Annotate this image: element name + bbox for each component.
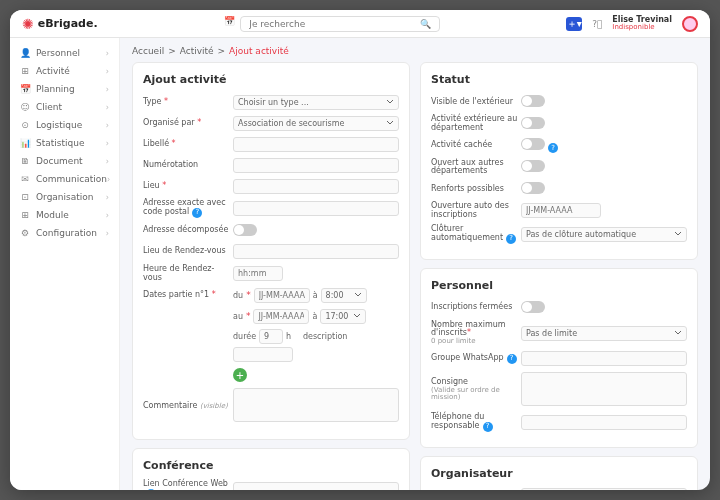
lien-input[interactable]	[233, 482, 399, 490]
numer-input[interactable]	[233, 158, 399, 173]
sidebar-item-activite[interactable]: ⊞Activité›	[10, 62, 119, 80]
chevron-right-icon: ›	[107, 175, 110, 184]
sidebar-item-configuration[interactable]: ⚙Configuration›	[10, 224, 119, 242]
label-dates: Dates partie n°1	[143, 290, 209, 299]
logo: ✺ eBrigade.	[22, 16, 98, 32]
sidebar-item-label: Planning	[36, 84, 75, 94]
help-icon[interactable]: ?	[507, 354, 517, 364]
chevron-right-icon: ›	[106, 67, 109, 76]
help-icon[interactable]: ?	[192, 208, 202, 218]
consigne-textarea[interactable]	[521, 372, 687, 406]
search-input[interactable]	[249, 19, 414, 29]
module-icon: ⊞	[20, 210, 30, 220]
sidebar-item-statistique[interactable]: 📊Statistique›	[10, 134, 119, 152]
smile-icon: ☺	[20, 102, 30, 112]
target-icon: ⊙	[20, 120, 30, 130]
logo-icon: ✺	[22, 16, 34, 32]
sidebar-item-module[interactable]: ⊞Module›	[10, 206, 119, 224]
avatar[interactable]	[682, 16, 698, 32]
date-to-input[interactable]	[253, 309, 309, 324]
org-select[interactable]: Association de secourisme	[233, 116, 399, 131]
type-select[interactable]: Choisir un type ...	[233, 95, 399, 110]
label-numer: Numérotation	[143, 161, 233, 170]
help-icon[interactable]: ?	[483, 422, 493, 432]
heure-rdv-input[interactable]	[233, 266, 283, 281]
user-block[interactable]: Elise Trevinal Indisponible	[612, 16, 672, 31]
renforts-toggle[interactable]	[521, 182, 545, 194]
sidebar-item-personnel[interactable]: 👤Personnel›	[10, 44, 119, 62]
label-lieu: Lieu	[143, 181, 160, 190]
search-icon[interactable]: 🔍	[420, 19, 431, 29]
calendar-icon: 📅	[20, 84, 30, 94]
sidebar-item-label: Configuration	[36, 228, 97, 238]
sidebar-item-planning[interactable]: 📅Planning›	[10, 80, 119, 98]
time-from-select[interactable]: 8:00	[321, 288, 367, 303]
chevron-right-icon: ›	[106, 121, 109, 130]
add-date-button[interactable]: +	[233, 368, 247, 382]
tel-resp-input[interactable]	[521, 415, 687, 430]
sidebar-item-client[interactable]: ☺Client›	[10, 98, 119, 116]
label-adresse: Adresse exacte avec code postal	[143, 198, 226, 216]
mail-icon: ✉	[20, 174, 30, 184]
label-libelle: Libellé	[143, 139, 169, 148]
cachee-toggle[interactable]	[521, 138, 545, 150]
desc-label: description	[303, 332, 347, 341]
chevron-right-icon: ›	[106, 139, 109, 148]
sidebar-item-label: Personnel	[36, 48, 80, 58]
ouv-auto-input[interactable]	[521, 203, 601, 218]
duree-input[interactable]	[259, 329, 283, 344]
sidebar-item-label: Activité	[36, 66, 70, 76]
date-from-input[interactable]	[254, 288, 310, 303]
comm-textarea[interactable]	[233, 388, 399, 422]
whatsapp-input[interactable]	[521, 351, 687, 366]
sidebar-item-communication[interactable]: ✉Communication›	[10, 170, 119, 188]
sidebar-item-organisation[interactable]: ⊡Organisation›	[10, 188, 119, 206]
help-icon[interactable]: ?⃝	[592, 19, 602, 29]
crumb-activity[interactable]: Activité	[180, 46, 214, 56]
calendar-icon[interactable]: 📅	[224, 16, 235, 32]
brand-text: eBrigade.	[38, 17, 98, 30]
help-icon[interactable]: ?	[506, 234, 516, 244]
adresse-input[interactable]	[233, 201, 399, 216]
help-icon[interactable]: ?	[548, 143, 558, 153]
help-icon[interactable]: ?	[146, 489, 156, 490]
chevron-right-icon: ›	[106, 229, 109, 238]
crumb-home[interactable]: Accueil	[132, 46, 164, 56]
gear-icon: ⚙	[20, 228, 30, 238]
clot-select[interactable]: Pas de clôture automatique	[521, 227, 687, 242]
add-button[interactable]: ＋▾	[566, 17, 582, 31]
insc-toggle[interactable]	[521, 301, 545, 313]
libelle-input[interactable]	[233, 137, 399, 152]
visible-toggle[interactable]	[521, 95, 545, 107]
sidebar-item-label: Organisation	[36, 192, 94, 202]
breadcrumb: Accueil > Activité > Ajout activité	[132, 46, 698, 56]
lieu-rdv-input[interactable]	[233, 244, 399, 259]
panel-ajout: Ajout activité Type *Choisir un type ...…	[132, 62, 410, 440]
panel-conference: Conférence Lien Conférence Web? Code Con…	[132, 448, 410, 490]
sidebar-item-logistique[interactable]: ⊙Logistique›	[10, 116, 119, 134]
chevron-right-icon: ›	[106, 85, 109, 94]
ouvert-toggle[interactable]	[521, 160, 545, 172]
lieu-input[interactable]	[233, 179, 399, 194]
sidebar-item-label: Communication	[36, 174, 107, 184]
grid-icon: ⊞	[20, 66, 30, 76]
crumb-current: Ajout activité	[229, 46, 289, 56]
label-tel-resp: Téléphone du responsable	[431, 412, 484, 430]
search-box[interactable]: 🔍	[240, 16, 440, 32]
sidebar-item-document[interactable]: 🗎Document›	[10, 152, 119, 170]
adresse-dec-toggle[interactable]	[233, 224, 257, 236]
comm-note: (visible)	[200, 402, 228, 410]
label-clot: Clôturer automatiquement	[431, 224, 503, 242]
panel-title: Organisateur	[431, 467, 687, 480]
desc-input[interactable]	[233, 347, 293, 362]
chevron-right-icon: ›	[106, 211, 109, 220]
h-label: h	[286, 332, 291, 341]
label-cachee: Activité cachée	[431, 141, 521, 150]
max-select[interactable]: Pas de limite	[521, 326, 687, 341]
panel-personnel: Personnel Inscriptions fermées Nombre ma…	[420, 268, 698, 448]
dept-toggle[interactable]	[521, 117, 545, 129]
client-select[interactable]: ... Non précisé ...	[521, 488, 687, 490]
time-to-select[interactable]: 17:00	[320, 309, 366, 324]
label-ouv-auto: Ouverture auto des inscriptions	[431, 202, 521, 220]
label-renforts: Renforts possibles	[431, 185, 521, 194]
